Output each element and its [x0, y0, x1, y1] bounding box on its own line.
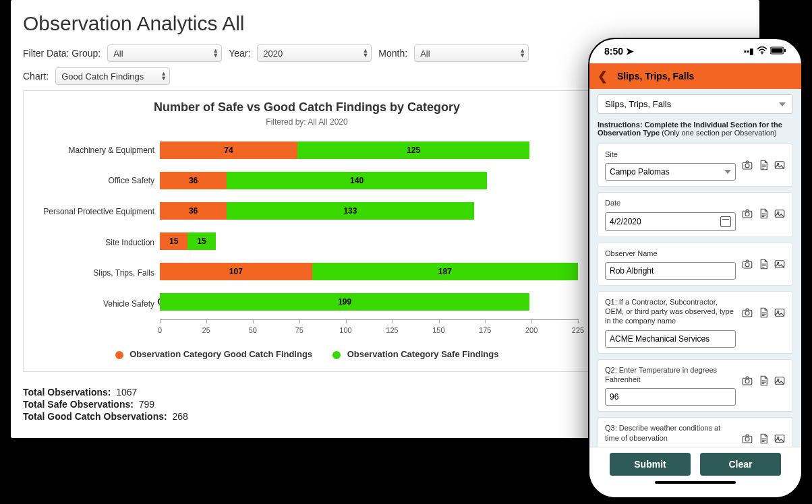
observer-input[interactable]: Rob Albright [605, 262, 736, 280]
category-label: Office Safety [32, 166, 154, 196]
bar-good-catch[interactable]: 74 [160, 141, 297, 159]
site-label: Site [605, 150, 736, 159]
document-icon[interactable] [757, 159, 770, 171]
image-icon[interactable] [774, 159, 786, 171]
bar-good-catch[interactable]: 15 [160, 232, 187, 250]
card-icons [741, 198, 786, 220]
observer-value: Rob Albright [610, 266, 654, 276]
bar-safe[interactable]: 140 [227, 172, 487, 189]
bar-row: 107187 [160, 256, 578, 286]
bar-good-catch[interactable]: 36 [160, 202, 227, 220]
bar-safe[interactable]: 15 [187, 232, 215, 250]
q1-label: Q1: If a Contractor, Subcontractor, OEM,… [605, 297, 736, 326]
camera-icon[interactable] [741, 307, 753, 319]
image-icon[interactable] [774, 208, 786, 220]
legend-safe: Observation Category Safe Findings [332, 349, 498, 359]
total-safe-label: Total Safe Observations: [23, 399, 134, 410]
filter-group-label: Filter Data: Group: [23, 48, 100, 59]
q2-input[interactable]: 96 [605, 388, 736, 406]
instructions-rest: (Only one section per Observation) [660, 129, 777, 137]
bar-good-catch[interactable]: 36 [160, 172, 227, 189]
card-site: Site Campo Palomas [598, 144, 793, 187]
chart-legend: Observation Category Good Catch Findings… [32, 349, 582, 359]
total-obs-value: 1067 [116, 387, 137, 398]
category-label: Personal Protective Equipment [32, 197, 154, 227]
x-tick: 100 [339, 319, 351, 334]
section-dropdown[interactable]: Slips, Trips, Falls [598, 94, 793, 114]
chart-subtitle: Filtered by: All All 2020 [32, 117, 582, 127]
total-obs-label: Total Observations: [23, 387, 111, 398]
total-good-label: Total Good Catch Observations: [23, 411, 167, 422]
camera-icon[interactable] [741, 375, 753, 387]
x-tick: 0 [158, 319, 162, 334]
phone-mockup: 8:50 ➤ ▪▪▮ ❮ Slips, Trips, Falls Slips, … [588, 38, 803, 499]
bar-good-catch[interactable]: 107 [160, 263, 312, 280]
clear-button[interactable]: Clear [700, 453, 781, 476]
document-icon[interactable] [757, 433, 770, 445]
chart-title: Number of Safe vs Good Catch Findings by… [32, 100, 582, 115]
month-select-value: All [420, 49, 430, 59]
total-safe-value: 799 [139, 399, 154, 410]
status-time-group: 8:50 ➤ [604, 46, 634, 57]
camera-icon[interactable] [741, 159, 753, 171]
bar-safe[interactable]: 199 [160, 293, 529, 311]
group-select[interactable]: All ▲▼ [107, 44, 222, 62]
swatch-good-icon [115, 351, 123, 359]
signal-icon: ▪▪▮ [743, 46, 754, 56]
year-select[interactable]: 2020 ▲▼ [257, 44, 372, 62]
bar-safe[interactable]: 187 [312, 263, 578, 280]
updown-icon: ▲▼ [212, 49, 219, 58]
chart-plot-area: Machinery & EquipmentOffice SafetyPerson… [32, 135, 582, 319]
site-select[interactable]: Campo Palomas [605, 163, 736, 181]
status-bar: 8:50 ➤ ▪▪▮ [589, 39, 801, 63]
battery-icon [770, 46, 786, 57]
back-icon[interactable]: ❮ [598, 69, 608, 84]
svg-rect-3 [784, 49, 786, 52]
image-icon[interactable] [774, 375, 786, 387]
date-input[interactable]: 4/2/2020 [605, 212, 736, 231]
svg-point-25 [745, 437, 749, 441]
q1-input[interactable]: ACME Mechanical Services [605, 330, 736, 348]
image-icon[interactable] [774, 433, 786, 445]
bars-area: 74125361403613315151071870199 [160, 135, 578, 319]
category-axis-labels: Machinery & EquipmentOffice SafetyPerson… [32, 135, 160, 319]
document-icon[interactable] [757, 307, 770, 319]
x-axis: 0255075100125150175200225 [160, 319, 578, 338]
camera-icon[interactable] [741, 258, 753, 270]
submit-button[interactable]: Submit [610, 453, 691, 476]
footer-buttons: Submit Clear [610, 453, 781, 476]
updown-icon: ▲▼ [519, 49, 525, 58]
bar-safe[interactable]: 125 [297, 141, 529, 159]
month-select[interactable]: All ▲▼ [414, 44, 529, 62]
bar-row: 74125 [160, 135, 578, 165]
camera-icon[interactable] [741, 208, 753, 220]
updown-icon: ▲▼ [161, 71, 167, 81]
bar-safe[interactable]: 133 [227, 202, 473, 220]
image-icon[interactable] [774, 258, 786, 270]
chevron-down-icon [724, 170, 731, 174]
phone-footer: Submit Clear [589, 447, 801, 497]
group-select-value: All [113, 49, 123, 59]
x-tick: 175 [479, 319, 491, 334]
camera-icon[interactable] [741, 433, 753, 445]
bar-row: 36140 [160, 165, 578, 195]
category-label: Site Induction [32, 227, 154, 257]
card-icons [741, 423, 786, 445]
svg-point-21 [745, 379, 749, 383]
document-icon[interactable] [757, 258, 770, 270]
category-label: Vehicle Safety [32, 289, 154, 319]
year-select-value: 2020 [263, 49, 283, 59]
x-tick: 200 [525, 319, 538, 334]
home-indicator [655, 481, 736, 484]
image-icon[interactable] [774, 307, 786, 319]
document-icon[interactable] [757, 208, 770, 220]
month-label: Month: [378, 48, 407, 59]
x-tick: 125 [386, 319, 398, 334]
svg-point-13 [745, 262, 749, 266]
q3-label: Q3: Describe weather conditions at time … [605, 423, 736, 443]
card-q2: Q2: Enter Temperature in degrees Fahrenh… [598, 359, 793, 412]
chart-select[interactable]: Good Catch Findings ▲▼ [55, 67, 170, 85]
q2-value: 96 [610, 392, 618, 402]
document-icon[interactable] [757, 375, 770, 387]
card-q1: Q1: If a Contractor, Subcontractor, OEM,… [598, 291, 793, 354]
